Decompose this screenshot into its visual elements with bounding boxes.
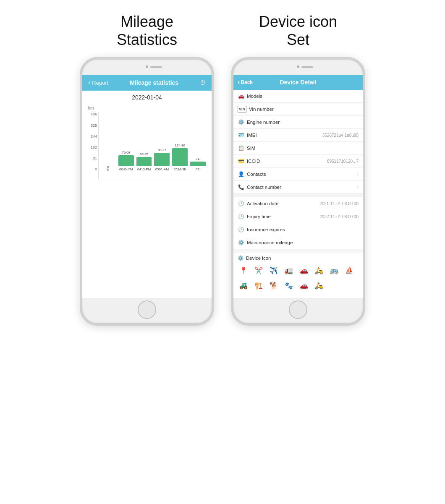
device-icon-dog[interactable]: 🐕: [268, 279, 280, 291]
bar-1: [118, 155, 134, 166]
device-icon-plane[interactable]: ✈️: [268, 264, 280, 276]
device-icon-dog2[interactable]: 🐾: [283, 279, 295, 291]
y-axis-label: km: [88, 106, 207, 110]
mileage-back-label: Report: [92, 80, 108, 86]
bar-group-1: 75.08 0040-YM: [118, 151, 134, 171]
detail-list-1: 🚗 Models VIN Vin number ⚙️ Engine number: [233, 90, 363, 194]
device-title-line1: Device icon: [259, 13, 337, 30]
bar-label-0: játo: [107, 165, 109, 171]
detail-item-sim[interactable]: 📋 SIM: [233, 142, 363, 155]
device-phone: ‹ Back Device Detail 🚗 Models VIN V: [231, 57, 365, 326]
mileage-phone: ‹ Report Mileage statistics ⏱ 2022-01-04…: [80, 57, 214, 326]
detail-item-activation[interactable]: 🕐 Activation date 2021-11-01 08:00:00: [233, 197, 363, 210]
device-icon-location[interactable]: 📍: [238, 264, 249, 276]
detail-item-contacts[interactable]: 👤 Contacts ›: [233, 168, 363, 181]
device-icon-truck[interactable]: 🚛: [283, 264, 295, 276]
bar-group-2: 63.85 0413-FM: [136, 152, 152, 171]
detail-item-engine[interactable]: ⚙️ Engine number: [233, 116, 363, 129]
bars-container: játo 75.08 0040-YM 63.85: [99, 112, 207, 171]
mileage-content: 2022-01-04 km 0 81 162 244 325 406: [82, 91, 212, 184]
mileage-title-line1: Mileage: [120, 13, 173, 30]
mileage-back-btn[interactable]: ‹ Report: [88, 79, 108, 86]
device-icon-section-label: ⚙️ Device icon: [238, 255, 359, 261]
device-icon-car[interactable]: 🚗: [298, 264, 310, 276]
device-icon-scissors[interactable]: ✂️: [253, 264, 264, 276]
chart-body: 0 81 162 244 325 406: [98, 112, 207, 179]
bar-value-4: 124.96: [175, 144, 185, 147]
contacts-icon: 👤: [238, 171, 244, 178]
device-icon-scooter[interactable]: 🛵: [313, 264, 325, 276]
activation-value: 2021-11-01 08:00:00: [319, 201, 359, 206]
engine-label: Engine number: [247, 120, 359, 125]
car-icon: 🚗: [238, 93, 244, 99]
icon-grid: 📍 ✂️ ✈️ 🚛 🚗 🛵 🚌 ⛵ 🚜 🏗️ 🐕 🐾 🚗 🛵: [238, 264, 359, 292]
bar-value-5: 31.: [196, 157, 200, 161]
device-icon-gear: ⚙️: [238, 255, 243, 261]
detail-item-maintenance[interactable]: ⚙️ Maintenance mileage: [233, 236, 363, 249]
detail-list-2: 🕐 Activation date 2021-11-01 08:00:00 🕐 …: [233, 197, 363, 249]
vin-label: Vin number: [249, 107, 359, 112]
bar-5: [190, 162, 206, 166]
detail-item-imei[interactable]: 🪪 IMEI 3526721u4 1u8u95: [233, 129, 363, 142]
chart-area: km 0 81 162 244 325 406: [86, 104, 207, 181]
phone-icon: 📞: [238, 184, 244, 191]
expiry-label: Expiry time: [247, 214, 317, 219]
engine-icon: ⚙️: [238, 119, 244, 125]
contact-number-arrow: ›: [357, 184, 359, 190]
bar-group-3: 93.27 0501-AM: [154, 148, 170, 171]
detail-item-vin[interactable]: VIN Vin number: [233, 103, 363, 116]
sim-label: SIM: [247, 146, 359, 151]
expiry-value: 2022-11-01 08:00:00: [319, 214, 359, 219]
detail-item-expiry[interactable]: 🕐 Expiry time 2022-11-01 08:00:00: [233, 210, 363, 223]
device-icon-bus[interactable]: 🚌: [328, 264, 340, 276]
bar-label-1: 0040-YM: [119, 167, 133, 171]
detail-item-insurance[interactable]: 🕐 Insurance expires: [233, 223, 363, 236]
y-label-0: 0: [87, 167, 97, 171]
bar-label-3: 0501-AM: [155, 167, 169, 171]
device-icon-boat[interactable]: ⛵: [343, 264, 355, 276]
y-axis-labels: 0 81 162 244 325 406: [87, 112, 97, 171]
detail-item-contact-number[interactable]: 📞 Contact number ›: [233, 181, 363, 194]
device-back-btn[interactable]: ‹ Back: [238, 78, 253, 86]
bar-label-2: 0413-FM: [137, 167, 151, 171]
detail-item-models[interactable]: 🚗 Models: [233, 90, 363, 103]
contact-number-label: Contact number: [247, 185, 354, 190]
y-label-325: 325: [87, 123, 97, 128]
y-label-81: 81: [87, 156, 97, 160]
device-icon-tractor[interactable]: 🚜: [238, 279, 249, 291]
device-title: Device icon Set: [259, 13, 337, 49]
y-label-406: 406: [87, 112, 97, 116]
device-section: Device icon Set ‹ Back Device Detail 🚗: [231, 13, 365, 326]
device-home-button[interactable]: [289, 300, 307, 319]
device-icon-sedan[interactable]: 🚗: [298, 279, 310, 291]
detail-item-iccid[interactable]: 💳 ICCID 89511710120...7: [233, 155, 363, 168]
sim-icon: 📋: [238, 145, 244, 151]
mileage-clock-icon[interactable]: ⏱: [200, 79, 206, 86]
maintenance-label: Maintenance mileage: [247, 240, 359, 245]
bar-label-5: 07:: [196, 167, 200, 171]
section-divider-2: [233, 249, 363, 253]
mileage-home-button[interactable]: [138, 300, 156, 319]
iccid-icon: 💳: [238, 158, 244, 165]
mileage-section: Mileage Statistics ‹ Report Mileage stat…: [80, 13, 214, 326]
bar-value-2: 63.85: [140, 152, 148, 156]
imei-icon: 🪪: [238, 132, 244, 138]
y-label-244: 244: [87, 134, 97, 138]
mileage-title: Mileage Statistics: [117, 13, 177, 49]
device-icon-moped[interactable]: 🛵: [313, 279, 325, 291]
bar-2: [136, 157, 152, 166]
contacts-arrow: ›: [357, 171, 359, 177]
device-back-label: Back: [241, 79, 253, 85]
bar-label-4: 0594-3K: [174, 167, 186, 171]
iccid-value: 89511710120...7: [327, 159, 359, 164]
mileage-chevron-left: ‹: [88, 79, 90, 86]
insurance-clock-icon: 🕐: [238, 226, 244, 233]
device-title-line2: Set: [287, 31, 309, 48]
imei-value: 3526721u4 1u8u95: [322, 133, 359, 138]
contacts-label: Contacts: [247, 172, 354, 177]
device-icon-crane[interactable]: 🏗️: [253, 279, 264, 291]
bar-value-1: 75.08: [122, 151, 130, 154]
bar-value-3: 93.27: [158, 148, 166, 152]
iccid-label: ICCID: [247, 159, 325, 164]
mileage-header: ‹ Report Mileage statistics ⏱: [82, 75, 212, 91]
